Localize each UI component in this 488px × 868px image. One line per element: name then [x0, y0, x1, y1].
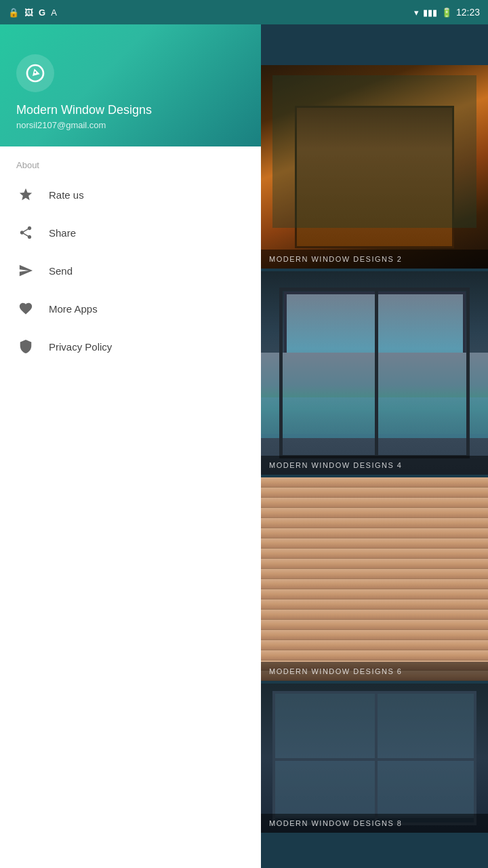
- grid-item-label-6: MODERN WINDOW DESIGNS 6: [261, 662, 488, 681]
- blinds-container: [261, 477, 488, 681]
- grid-item-design-6[interactable]: MODERN WINDOW DESIGNS 6: [261, 477, 488, 681]
- status-bar: 🔒 🖼 G A ▾ ▮▮▮ 🔋 12:23: [0, 0, 488, 24]
- navigation-drawer: Modern Window Designs norsil2107@gmail.c…: [0, 24, 261, 868]
- blind-slat: [261, 620, 488, 630]
- content-area[interactable]: MODERN WINDOW DESIGNS 2 MODERN WINDOW DE…: [261, 24, 488, 868]
- share-label: Share: [49, 227, 76, 239]
- shield-icon: [16, 337, 35, 356]
- menu-item-share[interactable]: Share: [0, 214, 261, 252]
- app-icon: A: [51, 7, 57, 18]
- status-bar-right: ▾ ▮▮▮ 🔋 12:23: [414, 7, 480, 18]
- send-icon: [16, 261, 35, 280]
- window-design-2-image: [261, 65, 488, 269]
- drawer-content: About Rate us Share Send: [0, 146, 261, 868]
- send-label: Send: [49, 265, 73, 277]
- grid-item-label-8: MODERN WINDOW DESIGNS 8: [261, 814, 488, 833]
- menu-item-more-apps[interactable]: More Apps: [0, 290, 261, 328]
- google-icon: G: [39, 7, 45, 18]
- status-bar-left: 🔒 🖼 G A: [8, 7, 57, 18]
- blind-slat: [261, 569, 488, 579]
- blind-slat: [261, 579, 488, 589]
- blind-slat: [261, 610, 488, 620]
- about-section-label: About: [0, 146, 261, 176]
- drawer-header: Modern Window Designs norsil2107@gmail.c…: [0, 24, 261, 146]
- app-avatar: [16, 54, 54, 92]
- content-header: [261, 24, 488, 62]
- blind-slat: [261, 630, 488, 640]
- blind-slat: [261, 498, 488, 508]
- main-layout: Modern Window Designs norsil2107@gmail.c…: [0, 24, 488, 868]
- wifi-icon: ▾: [414, 7, 419, 18]
- menu-item-privacy-policy[interactable]: Privacy Policy: [0, 328, 261, 366]
- grid-item-label-2: MODERN WINDOW DESIGNS 2: [261, 250, 488, 269]
- blind-slat: [261, 549, 488, 559]
- more-apps-label: More Apps: [49, 303, 98, 315]
- window-design-4-image: [261, 271, 488, 475]
- grid-item-design-4[interactable]: MODERN WINDOW DESIGNS 4: [261, 271, 488, 475]
- blind-slat: [261, 599, 488, 610]
- blind-slat: [261, 640, 488, 650]
- rate-us-label: Rate us: [49, 189, 84, 201]
- star-icon: [16, 185, 35, 204]
- status-time: 12:23: [456, 7, 480, 18]
- share-icon: [16, 223, 35, 242]
- lock-icon: 🔒: [8, 7, 19, 18]
- blind-slat: [261, 559, 488, 569]
- app-title: Modern Window Designs: [16, 103, 245, 117]
- blind-slat: [261, 488, 488, 498]
- blind-slat: [261, 518, 488, 528]
- blind-slat: [261, 538, 488, 549]
- blind-slat: [261, 528, 488, 538]
- app-email: norsil2107@gmail.com: [16, 120, 245, 130]
- grid-item-design-8[interactable]: MODERN WINDOW DESIGNS 8: [261, 684, 488, 833]
- menu-item-rate-us[interactable]: Rate us: [0, 176, 261, 214]
- blind-slat: [261, 589, 488, 599]
- blind-slat: [261, 650, 488, 660]
- battery-icon: 🔋: [441, 7, 452, 18]
- grid-item-design-2[interactable]: MODERN WINDOW DESIGNS 2: [261, 65, 488, 269]
- privacy-policy-label: Privacy Policy: [49, 341, 112, 353]
- window-design-8-image: [261, 684, 488, 833]
- signal-icon: ▮▮▮: [423, 7, 437, 18]
- blind-slat: [261, 477, 488, 488]
- photo-icon: 🖼: [24, 7, 33, 18]
- window-design-6-image: [261, 477, 488, 681]
- menu-item-send[interactable]: Send: [0, 252, 261, 290]
- grid-item-label-4: MODERN WINDOW DESIGNS 4: [261, 456, 488, 475]
- heart-icon: [16, 299, 35, 318]
- blind-slat: [261, 508, 488, 518]
- compass-icon: [24, 62, 46, 84]
